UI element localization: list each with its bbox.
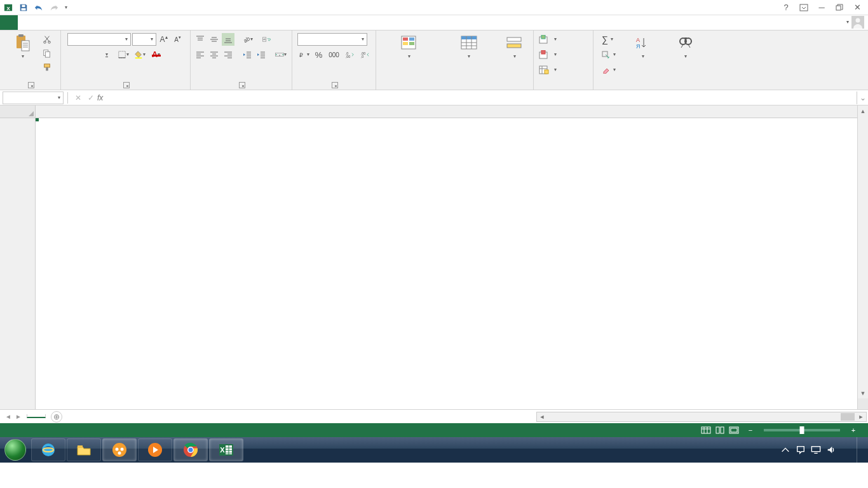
delete-cells-button[interactable]: ▾ <box>538 48 590 61</box>
volume-icon[interactable] <box>826 445 836 455</box>
align-bottom-icon[interactable] <box>222 33 234 46</box>
page-layout-view-icon[interactable] <box>713 424 727 436</box>
scroll-right-icon[interactable]: ► <box>856 414 866 420</box>
number-launcher[interactable] <box>332 82 338 88</box>
clipboard-launcher[interactable] <box>28 82 34 88</box>
hscroll-thumb[interactable] <box>841 413 855 421</box>
sheet-nav-next-icon[interactable]: ► <box>14 413 23 420</box>
font-color-icon[interactable]: A▾ <box>150 48 163 61</box>
sheet-nav-prev-icon[interactable]: ◄ <box>4 413 13 420</box>
enter-formula-icon[interactable]: ✓ <box>85 92 97 104</box>
increase-indent-icon[interactable] <box>255 48 268 61</box>
scroll-up-icon[interactable]: ▲ <box>858 105 868 116</box>
font-size-select[interactable]: ▾ <box>132 33 156 46</box>
accounting-format-icon[interactable]: ₽▾ <box>297 48 310 61</box>
tab-file[interactable] <box>0 15 18 30</box>
cell-styles-button[interactable]: ▾ <box>498 33 531 60</box>
new-sheet-button[interactable]: ⊕ <box>51 411 62 423</box>
align-launcher[interactable] <box>239 82 245 88</box>
help-button[interactable]: ? <box>778 1 794 14</box>
svg-rect-2 <box>22 8 26 10</box>
taskbar: X <box>0 437 868 463</box>
network-icon[interactable] <box>811 445 821 455</box>
align-left-icon[interactable] <box>194 48 207 61</box>
fill-button[interactable]: ▾ <box>600 48 620 61</box>
zoom-slider[interactable] <box>764 429 840 431</box>
align-right-icon[interactable] <box>222 48 234 61</box>
insert-cells-button[interactable]: ▾ <box>538 33 590 46</box>
formula-input[interactable] <box>107 92 857 104</box>
number-format-select[interactable]: ▾ <box>297 33 367 46</box>
sheet-tab-active[interactable] <box>27 414 46 418</box>
font-name-select[interactable]: ▾ <box>67 33 131 46</box>
insert-function-icon[interactable]: fx <box>97 93 103 102</box>
align-middle-icon[interactable] <box>208 33 220 46</box>
select-all-button[interactable] <box>0 105 35 118</box>
restore-button[interactable] <box>831 1 848 14</box>
scroll-down-icon[interactable]: ▼ <box>858 388 868 398</box>
orientation-icon[interactable]: ab▾ <box>241 33 254 46</box>
comma-style-icon[interactable]: 000 <box>328 48 341 61</box>
expand-formula-bar-icon[interactable]: ⌄ <box>857 92 868 104</box>
task-app-orange[interactable] <box>102 438 137 461</box>
decrease-indent-icon[interactable] <box>241 48 254 61</box>
minimize-button[interactable]: ─ <box>813 1 830 14</box>
italic-button[interactable] <box>84 48 97 61</box>
save-icon[interactable] <box>17 1 31 14</box>
task-explorer[interactable] <box>67 438 101 461</box>
close-button[interactable]: ✕ <box>849 1 865 14</box>
avatar[interactable] <box>851 16 864 29</box>
ribbon-display-button[interactable] <box>796 1 812 14</box>
zoom-in-button[interactable]: + <box>849 426 858 434</box>
merge-center-icon[interactable]: a▾ <box>273 48 289 61</box>
task-ie[interactable] <box>31 438 65 461</box>
shrink-font-icon[interactable]: A▾ <box>172 33 184 46</box>
align-top-icon[interactable] <box>194 33 207 46</box>
increase-decimal-icon[interactable]: ,0,00 <box>343 48 356 61</box>
paste-button[interactable]: ▾ <box>8 33 38 60</box>
cancel-formula-icon[interactable]: ✕ <box>72 92 85 104</box>
format-cells-button[interactable]: ▾ <box>538 64 590 76</box>
task-chrome[interactable] <box>173 438 208 461</box>
font-launcher[interactable] <box>123 82 130 88</box>
redo-icon[interactable] <box>47 1 61 14</box>
qat-customize-icon[interactable]: ▾ <box>62 1 70 14</box>
sort-filter-button[interactable]: АЯ ▾ <box>622 33 664 60</box>
wrap-text-icon[interactable]: ab <box>259 33 275 46</box>
action-center-icon[interactable] <box>796 445 806 455</box>
show-desktop-button[interactable] <box>857 437 864 463</box>
format-painter-icon[interactable] <box>41 61 53 74</box>
align-center-icon[interactable] <box>208 48 220 61</box>
account-menu-icon[interactable]: ▾ <box>846 20 849 24</box>
page-break-view-icon[interactable] <box>727 424 741 436</box>
horizontal-scrollbar[interactable]: ◄ ► <box>536 412 867 422</box>
find-select-button[interactable]: ▾ <box>667 33 705 60</box>
decrease-decimal-icon[interactable]: ,00,0 <box>358 48 371 61</box>
undo-icon[interactable] <box>32 1 46 14</box>
grow-font-icon[interactable]: A▴ <box>158 33 170 46</box>
copy-icon[interactable] <box>41 47 53 60</box>
autosum-button[interactable]: ∑▾ <box>600 33 620 46</box>
normal-view-icon[interactable] <box>699 424 713 436</box>
start-button[interactable] <box>0 437 31 463</box>
task-excel[interactable]: X <box>209 438 243 461</box>
zoom-out-button[interactable]: − <box>746 426 755 434</box>
percent-icon[interactable]: % <box>313 48 325 61</box>
bold-button[interactable] <box>67 48 80 61</box>
format-as-table-button[interactable]: ▾ <box>441 33 497 60</box>
borders-icon[interactable]: ▾ <box>117 48 130 61</box>
tray-overflow-icon[interactable] <box>780 445 790 455</box>
fill-color-icon[interactable]: ▾ <box>133 48 146 61</box>
svg-rect-38 <box>507 37 521 41</box>
name-box[interactable]: ▾ <box>3 92 64 104</box>
cut-icon[interactable] <box>41 33 53 46</box>
conditional-formatting-button[interactable]: ▾ <box>379 33 440 60</box>
scroll-left-icon[interactable]: ◄ <box>537 414 547 420</box>
svg-rect-18 <box>118 57 125 58</box>
vertical-scrollbar[interactable]: ▲ ▼ <box>857 105 868 409</box>
svg-rect-35 <box>409 42 414 45</box>
worksheet-grid[interactable]: ▲ ▼ <box>0 105 868 409</box>
clear-button[interactable]: ▾ <box>600 64 620 76</box>
task-media-player[interactable] <box>138 438 172 461</box>
underline-button[interactable]: ▾ <box>100 48 113 61</box>
